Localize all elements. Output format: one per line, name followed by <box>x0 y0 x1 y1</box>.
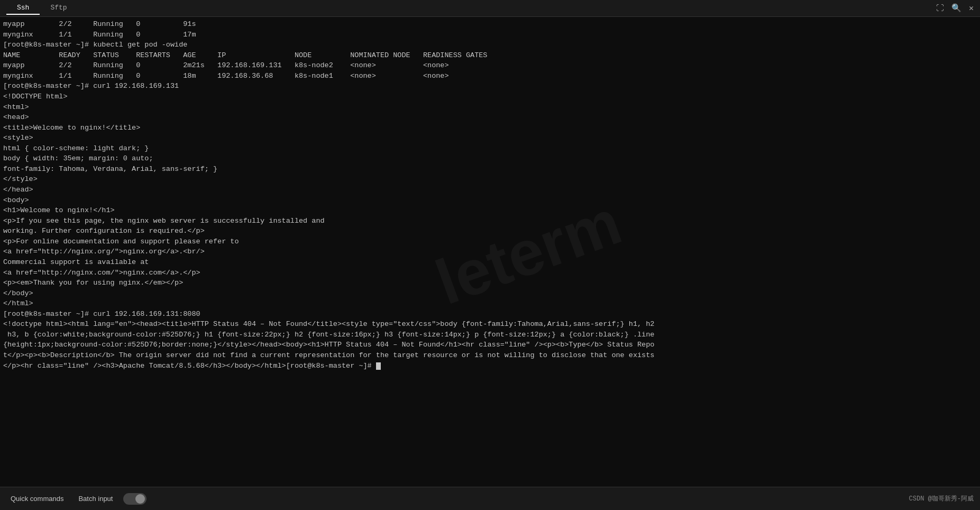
toggle-knob <box>135 494 145 504</box>
title-bar-actions: ⛶ 🔍 ✕ <box>936 3 974 13</box>
terminal-line: <h1>Welcome to nginx!</h1> <box>3 205 977 216</box>
batch-input-button[interactable]: Batch input <box>74 493 117 505</box>
terminal-line: mynginx 1/1 Running 0 17m <box>3 30 977 40</box>
terminal-line: <a href="http://nginx.com/">nginx.com</a… <box>3 268 977 278</box>
tab-sftp[interactable]: Sftp <box>40 2 77 15</box>
terminal-line: [root@k8s-master ~]# curl 192.168.169.13… <box>3 81 977 92</box>
bottom-left: Quick commands Batch input <box>6 493 146 505</box>
title-bar: Ssh Sftp ⛶ 🔍 ✕ <box>0 0 980 17</box>
terminal-line: </p><hr class="line" /><h3>Apache Tomcat… <box>3 361 977 371</box>
title-tabs: Ssh Sftp <box>6 2 78 15</box>
terminal-line: t</p><p><b>Description</b> The origin se… <box>3 350 977 361</box>
terminal-line: <style> <box>3 133 977 143</box>
close-icon[interactable]: ✕ <box>969 3 974 13</box>
branding: CSDN @咖哥新秀-阿威 <box>909 494 974 503</box>
terminal-line: myapp 2/2 Running 0 91s <box>3 19 977 30</box>
bottom-bar: Quick commands Batch input CSDN @咖哥新秀-阿威 <box>0 487 980 510</box>
terminal-line: </style> <box>3 174 977 185</box>
terminal-line: {height:1px;background-color:#525D76;bor… <box>3 340 977 350</box>
terminal-line: </html> <box>3 298 977 309</box>
batch-toggle[interactable] <box>123 493 146 505</box>
terminal-line: </body> <box>3 288 977 299</box>
terminal-line: NAME READY STATUS RESTARTS AGE IP NODE N… <box>3 50 977 61</box>
terminal-line: mynginx 1/1 Running 0 18m 192.168.36.68 … <box>3 71 977 81</box>
tab-ssh[interactable]: Ssh <box>6 2 40 15</box>
terminal-line: <a href="http://nginx.org/">nginx.org</a… <box>3 247 977 257</box>
fullscreen-icon[interactable]: ⛶ <box>936 4 944 13</box>
terminal-line: [root@k8s-master ~]# curl 192.168.169.13… <box>3 309 977 320</box>
quick-commands-button[interactable]: Quick commands <box>6 493 68 505</box>
terminal-line: <p>For online documentation and support … <box>3 236 977 247</box>
terminal-content: myapp 2/2 Running 0 91smynginx 1/1 Runni… <box>3 19 977 371</box>
terminal-line: font-family: Tahoma, Verdana, Arial, san… <box>3 164 977 175</box>
terminal-line: <!DOCTYPE html> <box>3 92 977 102</box>
terminal-line: <body> <box>3 195 977 206</box>
terminal-line: <p><em>Thank you for using nginx.</em></… <box>3 278 977 288</box>
terminal-line: <p>If you see this page, the nginx web s… <box>3 216 977 226</box>
terminal-line: <head> <box>3 112 977 123</box>
terminal-line: h3, b {color:white;background-color:#525… <box>3 330 977 340</box>
terminal-line: [root@k8s-master ~]# kubectl get pod -ow… <box>3 40 977 50</box>
terminal-line: Commercial support is available at <box>3 257 977 268</box>
terminal-area: leterm myapp 2/2 Running 0 91smynginx 1/… <box>0 17 980 487</box>
terminal-line: body { width: 35em; margin: 0 auto; <box>3 153 977 164</box>
terminal-cursor <box>376 362 381 370</box>
terminal-line: working. Further configuration is requir… <box>3 226 977 236</box>
terminal-line: <title>Welcome to nginx!</title> <box>3 123 977 133</box>
terminal-line: html { color-scheme: light dark; } <box>3 143 977 154</box>
terminal-line: <html> <box>3 102 977 113</box>
terminal-line: myapp 2/2 Running 0 2m21s 192.168.169.13… <box>3 60 977 71</box>
search-icon[interactable]: 🔍 <box>951 3 961 13</box>
terminal-line: <!doctype html><html lang="en"><head><ti… <box>3 319 977 330</box>
terminal-line: </head> <box>3 185 977 195</box>
